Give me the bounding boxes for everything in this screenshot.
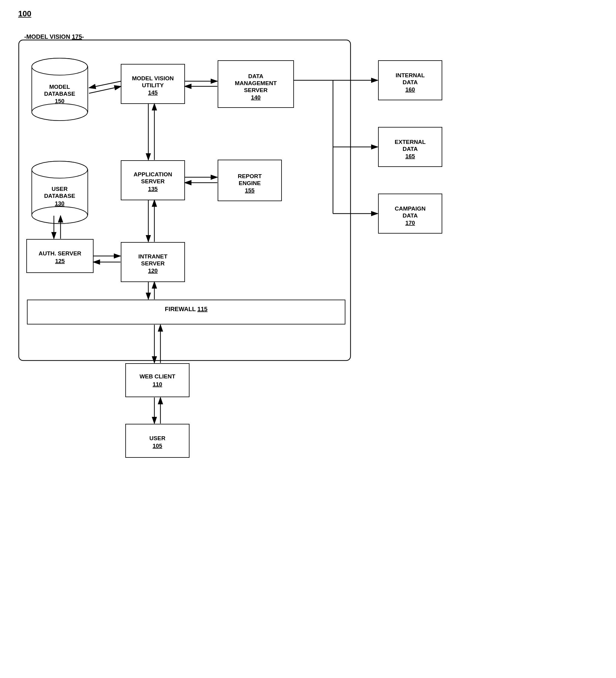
svg-text:140: 140	[251, 94, 261, 101]
svg-text:REPORT: REPORT	[238, 173, 262, 179]
svg-text:AUTH. SERVER: AUTH. SERVER	[38, 250, 81, 257]
svg-point-12	[32, 104, 87, 121]
svg-point-24	[32, 161, 87, 178]
svg-text:INTERNAL: INTERNAL	[396, 72, 425, 78]
svg-text:USER: USER	[150, 435, 166, 441]
svg-rect-48	[218, 160, 282, 201]
svg-text:125: 125	[55, 258, 65, 264]
svg-rect-20	[32, 170, 88, 215]
svg-point-18	[32, 161, 87, 178]
svg-text:DATA: DATA	[403, 79, 418, 85]
svg-text:FIREWALL 115: FIREWALL 115	[165, 306, 208, 312]
svg-rect-60	[378, 61, 442, 100]
svg-text:150: 150	[55, 98, 65, 104]
svg-text:MODEL: MODEL	[49, 84, 70, 90]
svg-text:SERVER: SERVER	[141, 260, 165, 267]
svg-text:MANAGEMENT: MANAGEMENT	[235, 80, 277, 86]
svg-text:SERVER: SERVER	[141, 178, 165, 185]
svg-text:160: 160	[405, 86, 415, 93]
svg-text:DATABASE: DATABASE	[44, 193, 75, 199]
svg-rect-35	[121, 160, 184, 200]
svg-text:165: 165	[405, 153, 415, 159]
svg-text:DATA: DATA	[403, 146, 418, 152]
svg-line-72	[89, 81, 121, 88]
svg-rect-31	[121, 64, 184, 104]
svg-rect-57	[126, 424, 189, 457]
svg-text:APPLICATION: APPLICATION	[133, 171, 172, 178]
svg-point-7	[32, 58, 87, 75]
svg-point-8	[32, 104, 87, 121]
svg-rect-52	[27, 300, 345, 324]
svg-text:170: 170	[405, 220, 415, 226]
svg-text:EXTERNAL: EXTERNAL	[395, 139, 426, 145]
svg-text:UTILITY: UTILITY	[142, 82, 164, 88]
svg-text:120: 120	[148, 267, 158, 274]
svg-text:110: 110	[153, 381, 162, 387]
svg-text:105: 105	[153, 443, 162, 449]
svg-rect-6	[32, 67, 88, 112]
svg-text:USER: USER	[52, 186, 68, 192]
svg-text:SERVER: SERVER	[244, 87, 268, 93]
svg-text:155: 155	[245, 187, 255, 194]
svg-rect-64	[378, 127, 442, 166]
svg-text:INTRANET: INTRANET	[138, 253, 167, 260]
svg-text:DATA: DATA	[248, 73, 263, 79]
svg-text:ENGINE: ENGINE	[239, 180, 261, 186]
svg-text:DATA: DATA	[403, 212, 418, 219]
svg-text:CAMPAIGN: CAMPAIGN	[395, 205, 425, 212]
svg-line-73	[89, 86, 121, 93]
svg-rect-4	[19, 40, 351, 361]
svg-rect-43	[218, 61, 294, 108]
svg-point-23	[32, 206, 87, 224]
svg-text:WEB CLIENT: WEB CLIENT	[139, 373, 175, 380]
svg-rect-68	[378, 194, 442, 233]
svg-text:-MODEL VISION 175-: -MODEL VISION 175-	[24, 33, 84, 40]
svg-text:DATABASE: DATABASE	[44, 90, 75, 97]
svg-text:130: 130	[55, 200, 65, 206]
svg-text:145: 145	[148, 89, 158, 96]
page-number: 100	[18, 9, 31, 18]
svg-rect-28	[27, 239, 93, 273]
svg-text:135: 135	[148, 186, 158, 192]
svg-rect-9	[32, 67, 88, 112]
svg-text:MODEL VISION: MODEL VISION	[132, 75, 174, 81]
svg-point-19	[32, 206, 87, 224]
svg-rect-39	[121, 242, 184, 282]
svg-point-13	[32, 58, 87, 75]
svg-rect-54	[126, 364, 189, 397]
svg-rect-17	[32, 170, 88, 215]
